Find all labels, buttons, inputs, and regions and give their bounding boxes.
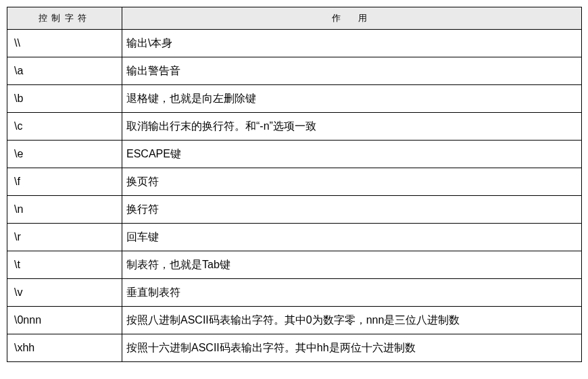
description-cell: 回车键 <box>122 223 582 251</box>
table-row: \v 垂直制表符 <box>7 278 582 306</box>
description-cell: 换页符 <box>122 168 582 195</box>
table-row: \b 退格键，也就是向左删除键 <box>7 84 582 112</box>
header-function: 作 用 <box>122 7 582 30</box>
table-row: \c 取消输出行末的换行符。和“-n”选项一致 <box>7 112 582 140</box>
table-row: \a 输出警告音 <box>7 57 582 84</box>
description-cell: 按照八进制ASCII码表输出字符。其中0为数字零，nnn是三位八进制数 <box>122 306 582 334</box>
control-char-cell: \v <box>7 278 122 306</box>
table-row: \r 回车键 <box>7 223 582 251</box>
description-cell: ESCAPE键 <box>122 140 582 168</box>
description-cell: 按照十六进制ASCII码表输出字符。其中hh是两位十六进制数 <box>122 334 582 361</box>
description-cell: 制表符，也就是Tab键 <box>122 251 582 278</box>
description-cell: 换行符 <box>122 195 582 223</box>
control-char-cell: \xhh <box>7 334 122 361</box>
description-cell: 垂直制表符 <box>122 278 582 306</box>
control-char-cell: \b <box>7 84 122 112</box>
control-char-cell: \a <box>7 57 122 84</box>
control-char-cell: \t <box>7 251 122 278</box>
control-char-cell: \0nnn <box>7 306 122 334</box>
header-control-char: 控制字符 <box>7 7 122 30</box>
control-char-cell: \r <box>7 223 122 251</box>
table-row: \\ 输出\本身 <box>7 29 582 57</box>
control-char-cell: \\ <box>7 29 122 57</box>
control-char-cell: \c <box>7 112 122 140</box>
table-header-row: 控制字符 作 用 <box>7 7 582 30</box>
description-cell: 退格键，也就是向左删除键 <box>122 84 582 112</box>
table-row: \n 换行符 <box>7 195 582 223</box>
description-cell: 输出\本身 <box>122 29 582 57</box>
control-char-cell: \f <box>7 168 122 195</box>
table-row: \e ESCAPE键 <box>7 140 582 168</box>
table-row: \0nnn 按照八进制ASCII码表输出字符。其中0为数字零，nnn是三位八进制… <box>7 306 582 334</box>
control-characters-table: 控制字符 作 用 \\ 输出\本身 \a 输出警告音 \b 退格键，也就是向左删… <box>7 7 582 362</box>
description-cell: 取消输出行末的换行符。和“-n”选项一致 <box>122 112 582 140</box>
description-cell: 输出警告音 <box>122 57 582 84</box>
table-row: \f 换页符 <box>7 168 582 195</box>
control-char-cell: \e <box>7 140 122 168</box>
table-row: \xhh 按照十六进制ASCII码表输出字符。其中hh是两位十六进制数 <box>7 334 582 361</box>
control-char-cell: \n <box>7 195 122 223</box>
table-row: \t 制表符，也就是Tab键 <box>7 251 582 278</box>
